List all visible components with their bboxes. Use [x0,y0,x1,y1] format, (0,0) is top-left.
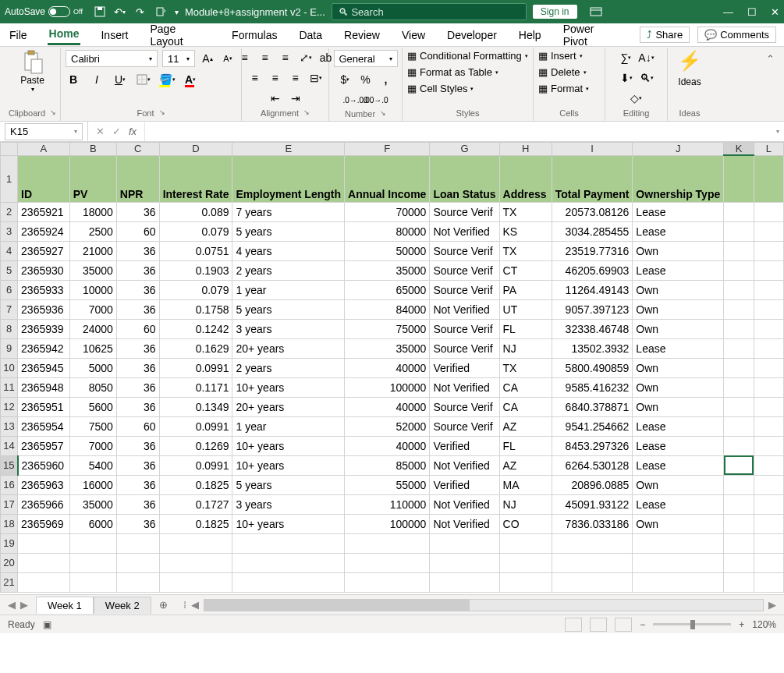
normal-view-icon[interactable] [565,618,582,632]
cell-I6[interactable]: 11264.49143 [552,280,633,299]
autosave-toggle[interactable]: AutoSave Off [5,6,83,17]
tab-home[interactable]: Home [48,24,81,45]
cell-B8[interactable]: 24000 [69,319,116,338]
sheet-tab-week1[interactable]: Week 1 [36,597,94,614]
cell-I21[interactable] [552,572,633,592]
align-right-icon[interactable]: ≡ [288,70,303,86]
zoom-slider[interactable] [653,623,731,625]
increase-font-icon[interactable]: A▴ [200,51,215,66]
cell-J4[interactable]: Own [633,241,724,260]
row-header-21[interactable]: 21 [1,572,18,592]
clear-icon[interactable]: ◇▾ [629,90,644,106]
percent-icon[interactable]: % [358,72,374,87]
close-icon[interactable]: ✕ [771,6,779,18]
cell-L19[interactable] [754,533,783,553]
cell-L9[interactable] [754,338,783,358]
cell-C2[interactable]: 36 [116,202,159,221]
row-header-1[interactable]: 1 [1,155,18,202]
cell-B16[interactable]: 16000 [69,475,116,494]
cell-K17[interactable] [724,494,754,514]
cell-H10[interactable]: TX [499,358,552,377]
fill-color-icon[interactable]: 🪣▾ [159,72,175,87]
cell-B12[interactable]: 5600 [69,397,116,416]
cell-F6[interactable]: 65000 [345,280,430,299]
decrease-decimal-icon[interactable]: .00→.0 [368,92,384,108]
cell-L6[interactable] [754,280,783,299]
cell-E16[interactable]: 5 years [232,475,345,494]
header-cell[interactable]: Loan Status [430,155,499,202]
row-header-8[interactable]: 8 [1,319,18,338]
cell-A12[interactable]: 2365951 [18,397,70,416]
sort-filter-icon[interactable]: A↓▾ [639,50,655,66]
cell-E14[interactable]: 10+ years [232,436,345,455]
cell-J9[interactable]: Lease [633,338,724,358]
cell-G11[interactable]: Not Verified [430,377,499,397]
zoom-out-icon[interactable]: − [640,619,645,630]
format-as-table-button[interactable]: ▦Format as Table▾ [407,66,498,78]
header-cell[interactable]: Annual Income [345,155,430,202]
cell-J19[interactable] [633,533,724,553]
tab-view[interactable]: View [400,26,427,44]
delete-cells-button[interactable]: ▦Delete▾ [538,66,587,78]
cell-F16[interactable]: 55000 [345,475,430,494]
row-header-14[interactable]: 14 [1,436,18,455]
number-format-dropdown[interactable]: General▾ [334,50,398,67]
cell-C17[interactable]: 36 [116,494,159,514]
cell-A18[interactable]: 2365969 [18,514,70,533]
cell-D19[interactable] [159,533,232,553]
row-header-20[interactable]: 20 [1,553,18,572]
cell-F19[interactable] [345,533,430,553]
cell-B21[interactable] [69,572,116,592]
maximize-icon[interactable]: ☐ [747,6,757,18]
increase-indent-icon[interactable]: ⇥ [288,90,303,106]
add-sheet-icon[interactable]: ⊕ [151,599,176,611]
minimize-icon[interactable]: — [723,6,733,18]
cell-B6[interactable]: 10000 [69,280,116,299]
header-cell[interactable]: Ownership Type [633,155,724,202]
search-box[interactable]: 🔍︎ Search [332,3,527,20]
cell-L14[interactable] [754,436,783,455]
fill-icon[interactable]: ⬇▾ [619,70,634,86]
touch-mode-icon[interactable] [154,5,167,18]
cell-H19[interactable] [499,533,552,553]
cell-H18[interactable]: CO [499,514,552,533]
cell-B4[interactable]: 21000 [69,241,116,260]
orientation-icon[interactable]: ⤢▾ [298,50,314,66]
cell-G13[interactable]: Source Verif [430,416,499,436]
cell-L12[interactable] [754,397,783,416]
autosum-icon[interactable]: ∑▾ [619,50,634,66]
cell-F20[interactable] [345,553,430,572]
cell-D8[interactable]: 0.1242 [159,319,232,338]
cell-J5[interactable]: Lease [633,260,724,280]
cell-K5[interactable] [724,260,754,280]
cell-I13[interactable]: 9541.254662 [552,416,633,436]
cell-I19[interactable] [552,533,633,553]
cell-C8[interactable]: 60 [116,319,159,338]
header-cell[interactable]: Employment Length [232,155,345,202]
horizontal-scrollbar[interactable] [204,599,764,611]
cell-G9[interactable]: Source Verif [430,338,499,358]
row-header-5[interactable]: 5 [1,260,18,280]
cell-C20[interactable] [116,553,159,572]
sheet-nav-prev-icon[interactable]: ◀ [8,599,16,611]
cell-L16[interactable] [754,475,783,494]
cell-G21[interactable] [430,572,499,592]
cell-B5[interactable]: 35000 [69,260,116,280]
cell-B9[interactable]: 10625 [69,338,116,358]
cell-F7[interactable]: 84000 [345,299,430,319]
cell-L10[interactable] [754,358,783,377]
cell-C6[interactable]: 36 [116,280,159,299]
cell-J11[interactable]: Own [633,377,724,397]
conditional-formatting-button[interactable]: ▦Conditional Formatting▾ [407,50,528,62]
formula-input[interactable] [144,122,772,141]
cell-G15[interactable]: Not Verified [430,455,499,475]
cell-D16[interactable]: 0.1825 [159,475,232,494]
cell-L15[interactable] [754,455,783,475]
cell-A21[interactable] [18,572,70,592]
cell-B18[interactable]: 6000 [69,514,116,533]
tab-powerpivot[interactable]: Power Pivot [562,19,622,51]
cell-F3[interactable]: 80000 [345,221,430,241]
col-header-A[interactable]: A [18,143,70,156]
cell-D18[interactable]: 0.1825 [159,514,232,533]
cell-D9[interactable]: 0.1629 [159,338,232,358]
